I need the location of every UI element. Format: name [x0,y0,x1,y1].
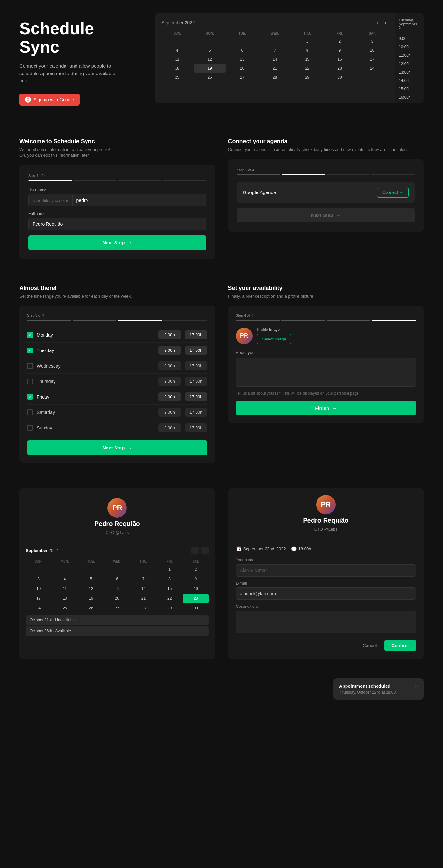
booking-calendar-day[interactable]: 8 [157,575,182,584]
day-checkbox[interactable] [27,378,33,384]
booking-calendar-day[interactable]: 26 [78,603,104,613]
booking-calendar-day[interactable]: 24 [26,603,51,613]
calendar-day[interactable]: 1 [291,37,323,45]
booking-calendar-day[interactable]: 9 [183,575,208,584]
day-end-time[interactable]: 17:00h [185,393,207,401]
calendar-day[interactable]: 9 [324,46,356,55]
booking-calendar-day[interactable]: 4 [52,575,78,584]
step2-next-button[interactable]: Next Step → [237,208,415,222]
booking-cal-prev[interactable]: ‹ [191,547,199,554]
calendar-day[interactable]: 3 [356,37,388,45]
time-slot[interactable]: 15:00h [395,85,424,93]
calendar-day[interactable]: 20 [226,64,258,72]
booking-calendar-day[interactable]: 1 [157,565,182,574]
toast-close-button[interactable]: × [415,684,418,689]
booking-calendar-day[interactable]: 3 [26,575,51,584]
day-checkbox[interactable] [27,332,33,338]
day-checkbox[interactable] [27,409,33,415]
time-slot[interactable]: 14:00h [395,76,424,85]
calendar-day[interactable]: 18 [161,64,193,72]
booking-calendar-day[interactable]: 27 [105,603,130,613]
finish-button[interactable]: Finish → [236,401,416,415]
booking-calendar-day[interactable]: 2 [183,565,208,574]
booking-calendar-day[interactable]: 28 [131,603,156,613]
booking-calendar-day[interactable]: 13 [105,584,130,593]
day-start-time[interactable]: 9:00h [158,346,181,355]
calendar-day[interactable]: 24 [356,64,388,72]
calendar-day[interactable]: 13 [226,55,258,64]
time-slot[interactable]: 9:00h [395,34,424,43]
google-signup-button[interactable]: G Sign up with Google [19,94,80,106]
booking-calendar-day[interactable]: 11 [52,584,78,593]
booking-observations-input[interactable] [236,611,416,633]
fullname-input[interactable] [28,218,206,230]
time-slot[interactable]: 12:00h [395,60,424,68]
day-start-time[interactable]: 9:00h [158,393,181,401]
booking-calendar-day[interactable]: 19 [78,594,104,603]
connect-agenda-button[interactable]: Connect → [377,187,409,198]
calendar-day[interactable]: 26 [194,73,226,82]
day-checkbox[interactable] [27,348,33,353]
booking-name-input[interactable] [236,564,416,577]
calendar-day[interactable]: 16 [324,55,356,64]
calendar-day[interactable]: 10 [356,46,388,55]
select-image-button[interactable]: Select image [257,334,291,344]
booking-calendar-day[interactable]: 5 [78,575,104,584]
calendar-day[interactable]: 7 [259,46,291,55]
calendar-day[interactable]: 15 [291,55,323,64]
calendar-day[interactable]: 11 [161,55,193,64]
day-end-time[interactable]: 17:00h [185,346,207,355]
day-start-time[interactable]: 9:00h [158,331,181,339]
time-slot[interactable]: 16:00h [395,93,424,101]
calendar-prev-button[interactable]: ‹ [375,19,380,26]
calendar-day[interactable]: 30 [324,73,356,82]
calendar-day[interactable]: 2 [324,37,356,45]
day-checkbox[interactable] [27,394,33,400]
calendar-day[interactable]: 12 [194,55,226,64]
calendar-day[interactable]: 14 [259,55,291,64]
booking-calendar-day[interactable]: 14 [131,584,156,593]
about-textarea[interactable] [236,358,416,386]
calendar-day[interactable]: 28 [259,73,291,82]
calendar-day[interactable]: 27 [226,73,258,82]
calendar-day[interactable]: 21 [259,64,291,72]
calendar-day[interactable]: 22 [291,64,323,72]
day-checkbox[interactable] [27,425,33,431]
calendar-day[interactable]: 5 [194,46,226,55]
booking-cal-next[interactable]: › [201,547,209,554]
calendar-next-button[interactable]: › [383,19,388,26]
booking-email-input[interactable] [236,587,416,600]
booking-calendar-day[interactable]: 18 [52,594,78,603]
booking-calendar-day[interactable]: 6 [105,575,130,584]
day-end-time[interactable]: 17:00h [185,331,207,339]
calendar-day[interactable]: 29 [291,73,323,82]
calendar-day[interactable]: 25 [161,73,193,82]
booking-calendar-day[interactable]: 15 [157,584,182,593]
booking-calendar-day[interactable]: 25 [52,603,78,613]
booking-calendar-day[interactable]: 16 [183,584,208,593]
booking-calendar-day[interactable]: 7 [131,575,156,584]
booking-calendar-day[interactable]: 10 [26,584,51,593]
time-slot[interactable]: 10:00h [395,43,424,51]
calendar-day[interactable]: 19 [194,64,226,72]
booking-calendar-day[interactable]: 22 [157,594,182,603]
calendar-day[interactable]: 23 [324,64,356,72]
booking-calendar-day[interactable]: 30 [183,603,208,613]
calendar-day[interactable]: 17 [356,55,388,64]
booking-calendar-day[interactable]: 21 [131,594,156,603]
cancel-booking-button[interactable]: Cancel [359,640,381,651]
confirm-booking-button[interactable]: Confirm [384,640,416,651]
booking-calendar-day[interactable]: 17 [26,594,51,603]
username-input[interactable] [72,194,206,206]
time-slot[interactable]: 11:00h [395,51,424,60]
booking-calendar-day[interactable]: 12 [78,584,104,593]
step1-next-button[interactable]: Next Step → [28,236,206,250]
calendar-day[interactable]: 8 [291,46,323,55]
calendar-day[interactable]: 6 [226,46,258,55]
booking-calendar-day[interactable]: 23 [183,594,208,603]
booking-calendar-day[interactable]: 20 [105,594,130,603]
day-checkbox[interactable] [27,363,33,369]
calendar-day[interactable]: 4 [161,46,193,55]
step3-next-button[interactable]: Next Step → [27,440,207,455]
booking-calendar-day[interactable]: 29 [157,603,182,613]
